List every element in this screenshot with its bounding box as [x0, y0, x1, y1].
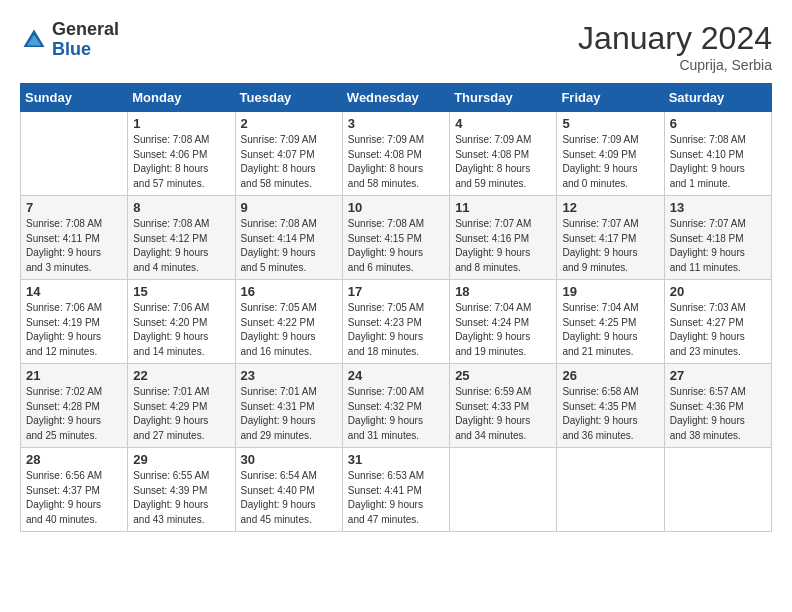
- calendar-day-cell: 16Sunrise: 7:05 AM Sunset: 4:22 PM Dayli…: [235, 280, 342, 364]
- day-number: 8: [133, 200, 229, 215]
- day-info: Sunrise: 7:07 AM Sunset: 4:16 PM Dayligh…: [455, 217, 551, 275]
- calendar-week-row: 28Sunrise: 6:56 AM Sunset: 4:37 PM Dayli…: [21, 448, 772, 532]
- calendar-week-row: 7Sunrise: 7:08 AM Sunset: 4:11 PM Daylig…: [21, 196, 772, 280]
- calendar-day-cell: 25Sunrise: 6:59 AM Sunset: 4:33 PM Dayli…: [450, 364, 557, 448]
- day-number: 2: [241, 116, 337, 131]
- calendar-day-cell: [21, 112, 128, 196]
- day-info: Sunrise: 6:54 AM Sunset: 4:40 PM Dayligh…: [241, 469, 337, 527]
- calendar-day-cell: [450, 448, 557, 532]
- day-info: Sunrise: 7:07 AM Sunset: 4:17 PM Dayligh…: [562, 217, 658, 275]
- day-info: Sunrise: 7:00 AM Sunset: 4:32 PM Dayligh…: [348, 385, 444, 443]
- calendar-day-cell: 21Sunrise: 7:02 AM Sunset: 4:28 PM Dayli…: [21, 364, 128, 448]
- day-number: 5: [562, 116, 658, 131]
- calendar-day-cell: 15Sunrise: 7:06 AM Sunset: 4:20 PM Dayli…: [128, 280, 235, 364]
- day-info: Sunrise: 6:59 AM Sunset: 4:33 PM Dayligh…: [455, 385, 551, 443]
- weekday-header-cell: Sunday: [21, 84, 128, 112]
- day-number: 25: [455, 368, 551, 383]
- calendar-day-cell: 5Sunrise: 7:09 AM Sunset: 4:09 PM Daylig…: [557, 112, 664, 196]
- day-info: Sunrise: 7:01 AM Sunset: 4:31 PM Dayligh…: [241, 385, 337, 443]
- day-number: 26: [562, 368, 658, 383]
- day-info: Sunrise: 6:56 AM Sunset: 4:37 PM Dayligh…: [26, 469, 122, 527]
- calendar-day-cell: 7Sunrise: 7:08 AM Sunset: 4:11 PM Daylig…: [21, 196, 128, 280]
- logo-general: General: [52, 19, 119, 39]
- day-info: Sunrise: 7:04 AM Sunset: 4:25 PM Dayligh…: [562, 301, 658, 359]
- day-number: 21: [26, 368, 122, 383]
- day-info: Sunrise: 7:06 AM Sunset: 4:19 PM Dayligh…: [26, 301, 122, 359]
- day-info: Sunrise: 6:55 AM Sunset: 4:39 PM Dayligh…: [133, 469, 229, 527]
- day-info: Sunrise: 7:09 AM Sunset: 4:09 PM Dayligh…: [562, 133, 658, 191]
- day-number: 11: [455, 200, 551, 215]
- day-number: 1: [133, 116, 229, 131]
- calendar-day-cell: 4Sunrise: 7:09 AM Sunset: 4:08 PM Daylig…: [450, 112, 557, 196]
- logo-icon: [20, 26, 48, 54]
- day-number: 20: [670, 284, 766, 299]
- month-title: January 2024: [578, 20, 772, 57]
- location: Cuprija, Serbia: [578, 57, 772, 73]
- title-block: January 2024 Cuprija, Serbia: [578, 20, 772, 73]
- day-number: 7: [26, 200, 122, 215]
- day-number: 23: [241, 368, 337, 383]
- calendar-day-cell: 11Sunrise: 7:07 AM Sunset: 4:16 PM Dayli…: [450, 196, 557, 280]
- calendar-body: 1Sunrise: 7:08 AM Sunset: 4:06 PM Daylig…: [21, 112, 772, 532]
- calendar-day-cell: 19Sunrise: 7:04 AM Sunset: 4:25 PM Dayli…: [557, 280, 664, 364]
- logo: General Blue: [20, 20, 119, 60]
- calendar-day-cell: 14Sunrise: 7:06 AM Sunset: 4:19 PM Dayli…: [21, 280, 128, 364]
- day-info: Sunrise: 7:06 AM Sunset: 4:20 PM Dayligh…: [133, 301, 229, 359]
- weekday-header-cell: Wednesday: [342, 84, 449, 112]
- weekday-header-cell: Saturday: [664, 84, 771, 112]
- day-number: 18: [455, 284, 551, 299]
- weekday-header-row: SundayMondayTuesdayWednesdayThursdayFrid…: [21, 84, 772, 112]
- day-number: 22: [133, 368, 229, 383]
- calendar-day-cell: 9Sunrise: 7:08 AM Sunset: 4:14 PM Daylig…: [235, 196, 342, 280]
- day-number: 14: [26, 284, 122, 299]
- calendar-day-cell: 3Sunrise: 7:09 AM Sunset: 4:08 PM Daylig…: [342, 112, 449, 196]
- day-info: Sunrise: 7:04 AM Sunset: 4:24 PM Dayligh…: [455, 301, 551, 359]
- day-number: 13: [670, 200, 766, 215]
- weekday-header-cell: Friday: [557, 84, 664, 112]
- calendar-day-cell: 31Sunrise: 6:53 AM Sunset: 4:41 PM Dayli…: [342, 448, 449, 532]
- day-info: Sunrise: 7:01 AM Sunset: 4:29 PM Dayligh…: [133, 385, 229, 443]
- day-number: 12: [562, 200, 658, 215]
- calendar-day-cell: 22Sunrise: 7:01 AM Sunset: 4:29 PM Dayli…: [128, 364, 235, 448]
- calendar-day-cell: 23Sunrise: 7:01 AM Sunset: 4:31 PM Dayli…: [235, 364, 342, 448]
- day-info: Sunrise: 6:53 AM Sunset: 4:41 PM Dayligh…: [348, 469, 444, 527]
- day-number: 28: [26, 452, 122, 467]
- day-info: Sunrise: 7:08 AM Sunset: 4:06 PM Dayligh…: [133, 133, 229, 191]
- calendar-day-cell: 6Sunrise: 7:08 AM Sunset: 4:10 PM Daylig…: [664, 112, 771, 196]
- day-info: Sunrise: 7:08 AM Sunset: 4:11 PM Dayligh…: [26, 217, 122, 275]
- day-info: Sunrise: 6:57 AM Sunset: 4:36 PM Dayligh…: [670, 385, 766, 443]
- day-info: Sunrise: 6:58 AM Sunset: 4:35 PM Dayligh…: [562, 385, 658, 443]
- day-number: 16: [241, 284, 337, 299]
- day-info: Sunrise: 7:02 AM Sunset: 4:28 PM Dayligh…: [26, 385, 122, 443]
- day-info: Sunrise: 7:09 AM Sunset: 4:07 PM Dayligh…: [241, 133, 337, 191]
- day-info: Sunrise: 7:08 AM Sunset: 4:14 PM Dayligh…: [241, 217, 337, 275]
- day-number: 19: [562, 284, 658, 299]
- calendar-week-row: 21Sunrise: 7:02 AM Sunset: 4:28 PM Dayli…: [21, 364, 772, 448]
- calendar-day-cell: 18Sunrise: 7:04 AM Sunset: 4:24 PM Dayli…: [450, 280, 557, 364]
- day-info: Sunrise: 7:08 AM Sunset: 4:12 PM Dayligh…: [133, 217, 229, 275]
- weekday-header-cell: Tuesday: [235, 84, 342, 112]
- calendar-day-cell: 26Sunrise: 6:58 AM Sunset: 4:35 PM Dayli…: [557, 364, 664, 448]
- calendar-day-cell: 17Sunrise: 7:05 AM Sunset: 4:23 PM Dayli…: [342, 280, 449, 364]
- calendar-day-cell: 27Sunrise: 6:57 AM Sunset: 4:36 PM Dayli…: [664, 364, 771, 448]
- day-info: Sunrise: 7:03 AM Sunset: 4:27 PM Dayligh…: [670, 301, 766, 359]
- calendar-day-cell: 28Sunrise: 6:56 AM Sunset: 4:37 PM Dayli…: [21, 448, 128, 532]
- day-number: 4: [455, 116, 551, 131]
- calendar-day-cell: 12Sunrise: 7:07 AM Sunset: 4:17 PM Dayli…: [557, 196, 664, 280]
- calendar-day-cell: [557, 448, 664, 532]
- calendar-day-cell: 24Sunrise: 7:00 AM Sunset: 4:32 PM Dayli…: [342, 364, 449, 448]
- calendar-day-cell: 30Sunrise: 6:54 AM Sunset: 4:40 PM Dayli…: [235, 448, 342, 532]
- day-number: 31: [348, 452, 444, 467]
- calendar-day-cell: 8Sunrise: 7:08 AM Sunset: 4:12 PM Daylig…: [128, 196, 235, 280]
- day-number: 29: [133, 452, 229, 467]
- day-info: Sunrise: 7:05 AM Sunset: 4:23 PM Dayligh…: [348, 301, 444, 359]
- calendar-day-cell: 29Sunrise: 6:55 AM Sunset: 4:39 PM Dayli…: [128, 448, 235, 532]
- weekday-header-cell: Monday: [128, 84, 235, 112]
- day-number: 24: [348, 368, 444, 383]
- day-info: Sunrise: 7:08 AM Sunset: 4:10 PM Dayligh…: [670, 133, 766, 191]
- day-number: 9: [241, 200, 337, 215]
- day-info: Sunrise: 7:07 AM Sunset: 4:18 PM Dayligh…: [670, 217, 766, 275]
- calendar-table: SundayMondayTuesdayWednesdayThursdayFrid…: [20, 83, 772, 532]
- day-number: 6: [670, 116, 766, 131]
- logo-blue: Blue: [52, 39, 91, 59]
